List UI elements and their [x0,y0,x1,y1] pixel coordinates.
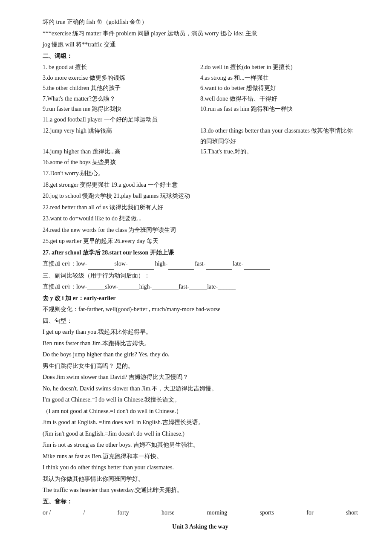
col-6b: 4.as strong as 和...一样强壮 [200,73,358,84]
blank-1 [88,259,114,270]
col-13b: 15.That's true.对的。 [200,147,358,157]
line-19: 23.want to do=would like to do 想要做... [43,214,358,224]
row-7: 5.the other children 其他的孩子 6.want to do … [43,83,358,94]
col-6a: 3.do more exercise 做更多的锻炼 [43,73,200,84]
phonetic-morning: morning [207,508,227,518]
line-13: 11.a good football player 一个好的足球运动员 [43,115,358,125]
row-5: 1. be good at 擅长 2.do well in 擅长(do bett… [43,62,358,73]
col-13a: 14.jump higher than 跳得比...高 [43,147,200,157]
line-p11: Jim is good at English. =Jim does well i… [43,417,358,428]
phonetics-row: or / / forty horse morning sports for sh… [43,508,358,518]
main-content: 坏的 true 正确的 fish 鱼（goldfish 金鱼） ***exerc… [43,17,358,532]
blank-2 [129,259,154,270]
col-12b: 13.do other things better than your clas… [200,126,358,147]
line-adverb-direct: 直接加 er/r：low- slow- high- fast- late- [43,259,358,270]
line-2: ***exercise 练习 matter 事件 problem 问题 play… [43,29,358,39]
section-adverb: 27. after school 放学后 28.start our lesson… [43,248,358,258]
line-adverb-irreg: 直接加 er/r：low-______slow-_______high-____… [43,282,358,292]
col-9b: 10.run as fast as him 跑得和他一样快 [200,104,358,115]
line-16: 18.get stronger 变得更强壮 19.a good idea 一个好… [43,180,358,191]
blank-5 [244,259,270,270]
line-p12: (Jim isn't good at English.=Jim doesn't … [43,429,358,439]
line-1: 坏的 true 正确的 fish 鱼（goldfish 金鱼） [43,17,358,28]
col-7b: 6.want to do better 想做得更好 [200,83,358,94]
line-21: 25.get up earlier 更早的起床 26.every day 每天 [43,236,358,247]
section-phonetics: 五、音标： [43,497,358,507]
line-p6: 男生们跳得比女生们高吗？ 是的。 [43,361,358,372]
row-12: 12.jump very high 跳得很高 13.do other thing… [43,126,358,147]
blank-3 [168,259,194,270]
line-p13: Jim is not as strong as the other boys. … [43,440,358,451]
line-3: jog 慢跑 will 将**traffic 交通 [43,40,358,50]
line-p9: I'm good at Chinese.=I do well in Chines… [43,395,358,405]
line-p3: I get up early than you.我起床比你起得早。 [43,327,358,338]
line-p14: Mike runs as fast as Ben.迈克跑得和本一样快。 [43,451,358,462]
col-7a: 5.the other children 其他的孩子 [43,83,200,94]
line-20: 24.read the new words for the class 为全班同… [43,225,358,236]
phonetic-slash: / [83,508,85,518]
line-p15: I think you do other things better than … [43,462,358,473]
line-adverb-y: 三、副词比较级（用于行为动词后面）： [43,271,358,281]
line-p17: The traffic was heavier than yesterday.交… [43,485,358,496]
section-vocabulary: 二、词组： [43,51,358,62]
col-9a: 9.run faster than me 跑得比我快 [43,104,200,115]
line-p10: （I am not good at Chinese.=I don't do we… [43,406,358,417]
phonetic-horse: horse [161,508,174,518]
row-9: 9.run faster than me 跑得比我快 10.run as fas… [43,104,358,115]
line-p2: 四、句型： [43,316,358,327]
line-p7: Does Jim swim slower than David? 吉姆游得比大卫… [43,372,358,383]
line-p1: 不规则变化：far-farther, well(good)-better , m… [43,304,358,315]
line-18: 22.read better than all of us 读得比我们所有人好 [43,202,358,213]
row-8: 7.What's the matter?怎么啦？ 8.well done 做得不… [43,94,358,104]
blank-4 [206,259,232,270]
line-15: 17.Don't worry.别担心。 [43,168,358,179]
row-13: 14.jump higher than 跳得比...高 15.That's tr… [43,147,358,157]
line-p4: Ben runs faster than Jim.本跑得比吉姆快。 [43,338,358,349]
col-12a: 12.jump very high 跳得很高 [43,126,200,147]
phonetic-for: for [306,508,313,518]
phonetic-forty: forty [118,508,129,518]
line-p8: No, he doesn't. David swims slower than … [43,384,358,394]
section-patterns: 去 y 改 i 加 er：early-earlier [43,293,358,304]
line-14: 16.some of the boys 某些男孩 [43,157,358,168]
row-6: 3.do more exercise 做更多的锻炼 4.as strong as… [43,73,358,84]
col-8a: 7.What's the matter?怎么啦？ [43,94,200,104]
line-p5: Do the boys jump higher than the girls? … [43,350,358,360]
line-17: 20.jog to school 慢跑去学校 21.play ball game… [43,191,358,202]
line-p16: 我认为你做其他事情比你同班同学好。 [43,474,358,485]
footer-unit: Unit 3 Asking the way [43,522,358,532]
col-5a: 1. be good at 擅长 [43,62,200,73]
phonetic-short: short [346,508,358,518]
phonetic-or: or / [43,508,51,518]
col-8b: 8.well done 做得不错、干得好 [200,94,358,104]
col-5b: 2.do well in 擅长(do better in 更擅长) [200,62,358,73]
phonetic-sports: sports [260,508,274,518]
